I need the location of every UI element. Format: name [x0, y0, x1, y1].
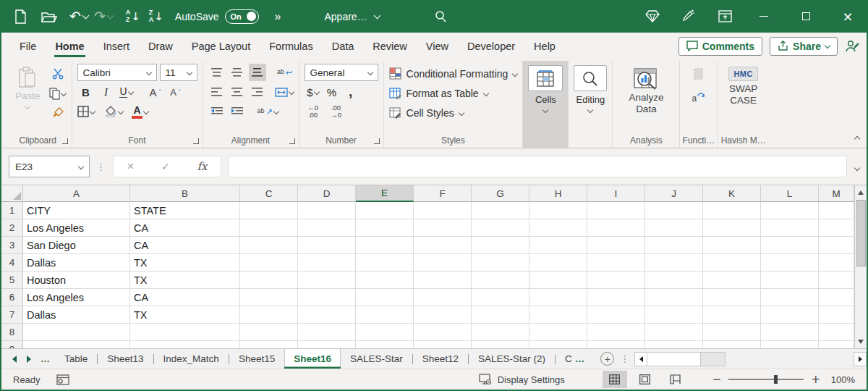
cell-K8[interactable] — [703, 324, 761, 341]
cell-L9[interactable] — [761, 341, 819, 348]
row-header-3[interactable]: 3 — [1, 237, 23, 254]
cell-G3[interactable] — [472, 237, 529, 254]
sheet-tab-sheet13[interactable]: Sheet13 — [98, 349, 153, 369]
formula-bar-handle[interactable]: ⋮ — [96, 161, 106, 172]
cell-G2[interactable] — [472, 219, 529, 237]
cell-A1[interactable]: CITY — [23, 202, 130, 219]
sheet-tab-sales-star-2[interactable]: SALES-Star (2) — [469, 349, 555, 369]
cell-B5[interactable]: TX — [130, 272, 240, 289]
cell-A6[interactable]: Los Angeles — [23, 289, 130, 306]
sheet-tab-index-match[interactable]: Index_Match — [154, 349, 229, 369]
cell-D4[interactable] — [298, 254, 356, 272]
tab-insert[interactable]: Insert — [94, 33, 139, 59]
cell-B2[interactable]: CA — [130, 219, 240, 237]
cell-F3[interactable] — [414, 237, 472, 254]
cell-H3[interactable] — [529, 237, 587, 254]
shrink-font-button[interactable]: Aˇ — [167, 83, 184, 101]
zoom-in-button[interactable]: + — [811, 373, 820, 386]
number-dialog-launcher[interactable] — [374, 138, 380, 144]
cell-A3[interactable]: San Diego — [23, 237, 130, 254]
cell-G5[interactable] — [472, 272, 529, 289]
cell-D8[interactable] — [298, 324, 356, 341]
macro-record-icon[interactable] — [56, 374, 69, 385]
format-painter-button[interactable] — [49, 104, 67, 122]
share-button[interactable]: Share — [770, 37, 838, 56]
cell-G9[interactable] — [472, 341, 529, 348]
cell-H7[interactable] — [529, 306, 587, 324]
cell-K2[interactable] — [703, 219, 761, 237]
select-all-corner[interactable] — [1, 185, 23, 202]
cell-J8[interactable] — [645, 324, 703, 341]
more-commands-button[interactable]: » — [275, 10, 281, 23]
cell-J3[interactable] — [645, 237, 703, 254]
increase-decimal-button[interactable]: ←0.00 — [305, 103, 322, 120]
cell-F6[interactable] — [414, 289, 472, 306]
notebook-icon[interactable] — [690, 65, 707, 83]
cell-C9[interactable] — [240, 341, 298, 348]
tab-view[interactable]: View — [417, 33, 458, 59]
page-break-preview-button[interactable] — [663, 371, 688, 388]
number-format-select[interactable]: General — [305, 64, 378, 81]
copy-button[interactable] — [49, 85, 67, 102]
redo-button[interactable]: ↷ — [94, 6, 113, 28]
cell-J7[interactable] — [645, 306, 703, 324]
bold-button[interactable]: B — [77, 83, 95, 101]
collapse-ribbon-button[interactable] — [855, 133, 859, 143]
horizontal-scrollbar[interactable] — [634, 352, 726, 366]
decrease-indent-button[interactable] — [208, 103, 226, 120]
column-header-G[interactable]: G — [472, 185, 529, 202]
cell-J2[interactable] — [645, 219, 703, 237]
alignment-dialog-launcher[interactable] — [289, 138, 295, 144]
cell-K5[interactable] — [703, 272, 761, 289]
row-header-9[interactable]: 9 — [1, 341, 23, 348]
cell-L6[interactable] — [761, 289, 819, 306]
fill-color-button[interactable] — [105, 103, 123, 120]
cell-M2[interactable] — [819, 219, 854, 237]
borders-button[interactable] — [77, 103, 95, 120]
tab-page-layout[interactable]: Page Layout — [182, 33, 260, 59]
column-header-F[interactable]: F — [414, 185, 472, 202]
sheet-tab-sales-star[interactable]: SALES-Star — [341, 349, 412, 369]
swap-case-button[interactable]: HMC SWAPCASE — [723, 64, 764, 109]
cell-F8[interactable] — [414, 324, 472, 341]
cell-H1[interactable] — [529, 202, 587, 219]
cell-J9[interactable] — [645, 341, 703, 348]
cell-B3[interactable]: CA — [130, 237, 240, 254]
cell-M8[interactable] — [819, 324, 854, 341]
sheet-tab-sheet16[interactable]: Sheet16 — [284, 349, 341, 369]
cell-F9[interactable] — [414, 341, 472, 348]
cell-E9[interactable] — [356, 341, 414, 348]
scroll-up-arrow[interactable] — [855, 185, 867, 199]
new-sheet-button[interactable]: + — [600, 352, 614, 366]
tab-developer[interactable]: Developer — [458, 33, 524, 59]
cell-L3[interactable] — [761, 237, 819, 254]
cell-A9[interactable] — [23, 341, 130, 348]
cell-C7[interactable] — [240, 306, 298, 324]
align-left-button[interactable] — [208, 83, 226, 101]
align-center-button[interactable] — [229, 83, 246, 101]
cell-K1[interactable] — [703, 202, 761, 219]
tab-review[interactable]: Review — [363, 33, 417, 59]
cell-H9[interactable] — [529, 341, 587, 348]
tab-file[interactable]: File — [10, 33, 46, 59]
cell-I2[interactable] — [587, 219, 645, 237]
document-title[interactable]: Appare… — [324, 11, 379, 22]
orientation-button[interactable]: ab↗ — [258, 103, 278, 120]
next-sheet-arrow[interactable] — [22, 356, 36, 363]
cell-H4[interactable] — [529, 254, 587, 272]
align-right-button[interactable] — [249, 83, 266, 101]
horizontal-scroll-thumb[interactable] — [647, 353, 701, 366]
display-settings-button[interactable]: Display Settings — [479, 374, 565, 385]
cell-H5[interactable] — [529, 272, 587, 289]
italic-button[interactable]: I — [98, 83, 115, 101]
row-header-2[interactable]: 2 — [1, 219, 23, 237]
cell-E5[interactable] — [356, 272, 414, 289]
column-header-K[interactable]: K — [703, 185, 761, 202]
column-header-E[interactable]: E — [356, 185, 414, 202]
column-header-A[interactable]: A — [23, 185, 130, 202]
cell-B9[interactable] — [130, 341, 240, 348]
expand-formula-bar-button[interactable] — [855, 161, 859, 172]
undo-button[interactable]: ↶ — [69, 6, 88, 28]
sheet-tab-sheet12[interactable]: Sheet12 — [413, 349, 468, 369]
normal-view-button[interactable] — [603, 371, 627, 388]
